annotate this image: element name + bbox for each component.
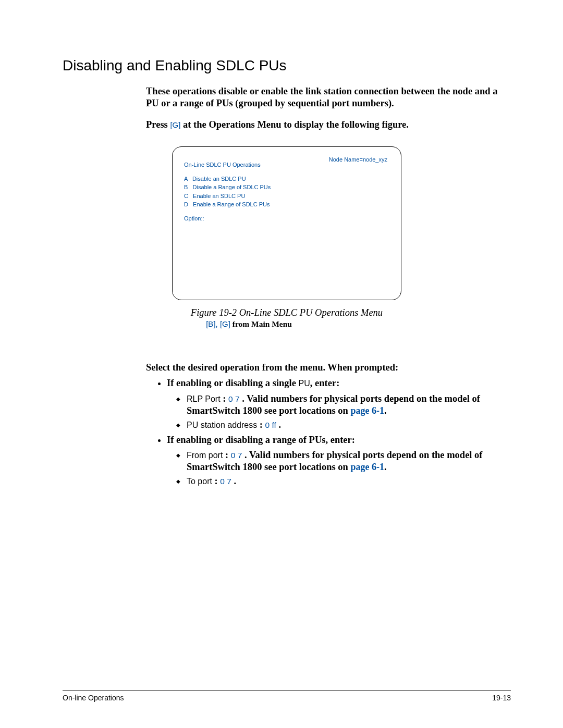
terminal-node-name: Node Name=node_xyz	[329, 155, 387, 164]
key-g: [G]	[170, 120, 180, 129]
instruction-list: If enabling or disabling a single PU, en…	[63, 377, 511, 487]
to-colon: :	[212, 476, 220, 486]
terminal-prompt: Option::	[184, 214, 389, 223]
rlp-value: 0 7	[228, 394, 240, 403]
page-ref-2[interactable]: page 6-1	[350, 462, 384, 472]
rlp-period: .	[240, 393, 247, 404]
sub-rlp-port: RLP Port : 0 7 . Valid numbers for physi…	[187, 393, 511, 417]
from-colon: :	[223, 450, 230, 460]
figure-subcaption: [B], [G] from Main Menu	[172, 319, 401, 329]
section-heading: Disabling and Enabling SDLC PUs	[63, 57, 511, 74]
pu-addr-period: .	[276, 419, 281, 430]
terminal-screen: Node Name=node_xyz On-Line SDLC PU Opera…	[172, 146, 401, 300]
footer-left: On-line Operations	[63, 694, 124, 702]
terminal-opt-b: B Disable a Range of SDLC PUs	[184, 183, 389, 192]
pu-addr-label: PU station address	[187, 421, 257, 429]
figure-caption: Figure 19-2 On-Line SDLC PU Operations M…	[172, 307, 401, 318]
intro-p2: Press [G] at the Operations Menu to disp…	[146, 119, 511, 131]
sub-pu-address: PU station address : 0 ff .	[187, 419, 511, 431]
terminal-figure: Node Name=node_xyz On-Line SDLC PU Opera…	[172, 146, 401, 329]
figure-sub-key: [B], [G]	[206, 319, 230, 328]
bullet-range-pus: If enabling or disabling a range of PUs,…	[167, 434, 511, 488]
terminal-opt-d: D Enable a Range of SDLC PUs	[184, 200, 389, 209]
single-suffix: , enter:	[310, 378, 340, 388]
pu-addr-colon: :	[257, 419, 265, 430]
single-pu-label: PU	[299, 379, 310, 388]
terminal-opt-a: A Disable an SDLC PU	[184, 175, 389, 183]
from-period: .	[242, 450, 249, 460]
rlp-label: RLP Port	[187, 394, 221, 403]
page-footer: On-line Operations 19-13	[63, 690, 511, 702]
figure-sub-text: from Main Menu	[230, 319, 292, 328]
intro-block: These operations disable or enable the l…	[146, 85, 511, 131]
press-suffix: at the Operations Menu to display the fo…	[180, 119, 409, 130]
range-text: If enabling or disabling a range of PUs,…	[167, 435, 355, 445]
intro-p1: These operations disable or enable the l…	[146, 85, 511, 109]
rlp-colon: :	[221, 393, 228, 404]
single-prefix: If enabling or disabling a single	[167, 378, 299, 388]
sub-from-port: From port : 0 7 . Valid numbers for phys…	[187, 449, 511, 473]
pu-addr-value: 0 ff	[265, 421, 276, 429]
page-ref-1[interactable]: page 6-1	[350, 405, 384, 416]
terminal-opt-c: C Enable an SDLC PU	[184, 192, 389, 201]
to-value: 0 7	[220, 477, 231, 486]
to-label: To port	[187, 477, 212, 486]
sub-to-port: To port : 0 7 .	[187, 475, 511, 487]
to-period: .	[231, 476, 236, 486]
footer-right: 19-13	[492, 694, 511, 702]
bullet-single-pu: If enabling or disabling a single PU, en…	[167, 377, 511, 431]
press-prefix: Press	[146, 119, 170, 130]
from-label: From port	[187, 451, 223, 460]
terminal-options: A Disable an SDLC PU B Disable a Range o…	[184, 175, 389, 209]
select-instruction: Select the desired operation from the me…	[146, 362, 511, 373]
from-value: 0 7	[231, 451, 242, 460]
